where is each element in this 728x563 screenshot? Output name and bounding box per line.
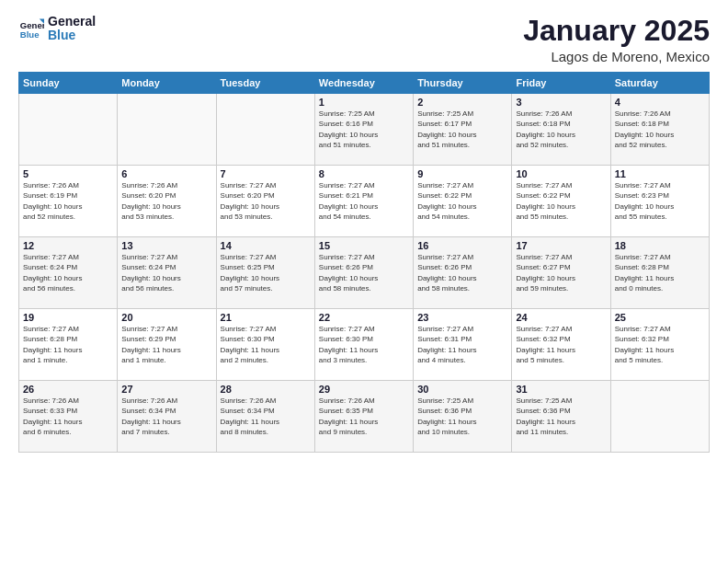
week-row-4: 19Sunrise: 7:27 AM Sunset: 6:28 PM Dayli…: [19, 309, 710, 381]
calendar-body: 1Sunrise: 7:25 AM Sunset: 6:16 PM Daylig…: [19, 94, 710, 453]
day-number: 25: [615, 312, 705, 323]
header-thursday: Thursday: [414, 73, 512, 94]
day-info: Sunrise: 7:27 AM Sunset: 6:32 PM Dayligh…: [615, 324, 705, 365]
day-cell: 22Sunrise: 7:27 AM Sunset: 6:30 PM Dayli…: [314, 309, 413, 381]
header-saturday: Saturday: [610, 73, 709, 94]
day-number: 21: [221, 312, 311, 323]
day-number: 22: [319, 312, 409, 323]
day-info: Sunrise: 7:25 AM Sunset: 6:36 PM Dayligh…: [516, 396, 606, 437]
header-friday: Friday: [512, 73, 610, 94]
day-info: Sunrise: 7:27 AM Sunset: 6:28 PM Dayligh…: [615, 252, 705, 293]
day-cell: 28Sunrise: 7:26 AM Sunset: 6:34 PM Dayli…: [216, 381, 314, 453]
day-number: 9: [417, 168, 507, 179]
day-info: Sunrise: 7:26 AM Sunset: 6:18 PM Dayligh…: [516, 109, 606, 150]
day-cell: 27Sunrise: 7:26 AM Sunset: 6:34 PM Dayli…: [118, 381, 216, 453]
day-cell: 11Sunrise: 7:27 AM Sunset: 6:23 PM Dayli…: [610, 166, 709, 237]
logo: General Blue General Blue: [18, 15, 96, 43]
week-row-1: 1Sunrise: 7:25 AM Sunset: 6:16 PM Daylig…: [19, 94, 710, 166]
day-info: Sunrise: 7:26 AM Sunset: 6:34 PM Dayligh…: [121, 396, 211, 437]
day-cell: 16Sunrise: 7:27 AM Sunset: 6:26 PM Dayli…: [414, 237, 512, 309]
title-block: January 2025 Lagos de Moreno, Mexico: [523, 15, 710, 64]
day-cell: 29Sunrise: 7:26 AM Sunset: 6:35 PM Dayli…: [314, 381, 413, 453]
day-info: Sunrise: 7:27 AM Sunset: 6:30 PM Dayligh…: [221, 324, 311, 365]
day-cell: 19Sunrise: 7:27 AM Sunset: 6:28 PM Dayli…: [19, 309, 118, 381]
header-tuesday: Tuesday: [216, 73, 314, 94]
day-number: 7: [221, 168, 311, 179]
logo-icon: General Blue: [18, 16, 44, 41]
svg-text:Blue: Blue: [20, 29, 40, 40]
header-monday: Monday: [118, 73, 216, 94]
day-info: Sunrise: 7:27 AM Sunset: 6:25 PM Dayligh…: [221, 252, 311, 293]
day-info: Sunrise: 7:25 AM Sunset: 6:17 PM Dayligh…: [417, 109, 507, 150]
logo-line2: Blue: [48, 29, 96, 42]
calendar-title: January 2025: [523, 15, 710, 47]
day-cell: 14Sunrise: 7:27 AM Sunset: 6:25 PM Dayli…: [216, 237, 314, 309]
header-row: SundayMondayTuesdayWednesdayThursdayFrid…: [19, 73, 710, 94]
day-cell: 2Sunrise: 7:25 AM Sunset: 6:17 PM Daylig…: [414, 94, 512, 166]
day-info: Sunrise: 7:26 AM Sunset: 6:33 PM Dayligh…: [23, 396, 113, 437]
week-row-5: 26Sunrise: 7:26 AM Sunset: 6:33 PM Dayli…: [19, 381, 710, 453]
day-cell: 30Sunrise: 7:25 AM Sunset: 6:36 PM Dayli…: [414, 381, 512, 453]
day-info: Sunrise: 7:27 AM Sunset: 6:22 PM Dayligh…: [516, 180, 606, 222]
day-info: Sunrise: 7:27 AM Sunset: 6:30 PM Dayligh…: [319, 324, 409, 365]
calendar-header: SundayMondayTuesdayWednesdayThursdayFrid…: [19, 73, 710, 94]
calendar-page: General Blue General Blue January 2025 L…: [0, 0, 728, 563]
day-cell: 7Sunrise: 7:27 AM Sunset: 6:20 PM Daylig…: [216, 166, 314, 237]
day-info: Sunrise: 7:27 AM Sunset: 6:26 PM Dayligh…: [417, 252, 507, 293]
week-row-3: 12Sunrise: 7:27 AM Sunset: 6:24 PM Dayli…: [19, 237, 710, 309]
day-number: 10: [516, 168, 606, 179]
day-number: 31: [516, 384, 606, 395]
day-cell: 13Sunrise: 7:27 AM Sunset: 6:24 PM Dayli…: [118, 237, 216, 309]
day-number: 11: [615, 168, 705, 179]
day-cell: 3Sunrise: 7:26 AM Sunset: 6:18 PM Daylig…: [512, 94, 610, 166]
day-info: Sunrise: 7:27 AM Sunset: 6:31 PM Dayligh…: [417, 324, 507, 365]
day-number: 12: [23, 240, 113, 251]
day-info: Sunrise: 7:27 AM Sunset: 6:22 PM Dayligh…: [417, 180, 507, 222]
day-number: 8: [319, 168, 409, 179]
day-info: Sunrise: 7:25 AM Sunset: 6:36 PM Dayligh…: [417, 396, 507, 437]
day-cell: 4Sunrise: 7:26 AM Sunset: 6:18 PM Daylig…: [610, 94, 709, 166]
day-info: Sunrise: 7:26 AM Sunset: 6:35 PM Dayligh…: [319, 396, 409, 437]
day-number: 20: [121, 312, 211, 323]
day-number: 23: [417, 312, 507, 323]
day-info: Sunrise: 7:26 AM Sunset: 6:18 PM Dayligh…: [615, 109, 705, 150]
day-cell: 1Sunrise: 7:25 AM Sunset: 6:16 PM Daylig…: [314, 94, 413, 166]
day-number: 27: [121, 384, 211, 395]
day-cell: 6Sunrise: 7:26 AM Sunset: 6:20 PM Daylig…: [118, 166, 216, 237]
day-number: 5: [23, 168, 113, 179]
day-number: 3: [516, 97, 606, 108]
day-cell: 26Sunrise: 7:26 AM Sunset: 6:33 PM Dayli…: [19, 381, 118, 453]
day-number: 4: [615, 97, 705, 108]
day-info: Sunrise: 7:27 AM Sunset: 6:32 PM Dayligh…: [516, 324, 606, 365]
day-number: 28: [221, 384, 311, 395]
day-number: 18: [615, 240, 705, 251]
day-cell: 20Sunrise: 7:27 AM Sunset: 6:29 PM Dayli…: [118, 309, 216, 381]
day-number: 13: [121, 240, 211, 251]
day-number: 1: [319, 97, 409, 108]
day-info: Sunrise: 7:26 AM Sunset: 6:34 PM Dayligh…: [221, 396, 311, 437]
day-info: Sunrise: 7:27 AM Sunset: 6:20 PM Dayligh…: [221, 180, 311, 222]
day-cell: 5Sunrise: 7:26 AM Sunset: 6:19 PM Daylig…: [19, 166, 118, 237]
day-cell: 15Sunrise: 7:27 AM Sunset: 6:26 PM Dayli…: [314, 237, 413, 309]
day-number: 29: [319, 384, 409, 395]
day-cell: [118, 94, 216, 166]
day-number: 15: [319, 240, 409, 251]
day-number: 26: [23, 384, 113, 395]
day-number: 30: [417, 384, 507, 395]
day-cell: 9Sunrise: 7:27 AM Sunset: 6:22 PM Daylig…: [414, 166, 512, 237]
day-cell: [216, 94, 314, 166]
header-wednesday: Wednesday: [314, 73, 413, 94]
day-cell: 25Sunrise: 7:27 AM Sunset: 6:32 PM Dayli…: [610, 309, 709, 381]
day-info: Sunrise: 7:27 AM Sunset: 6:23 PM Dayligh…: [615, 180, 705, 222]
day-number: 19: [23, 312, 113, 323]
day-info: Sunrise: 7:27 AM Sunset: 6:24 PM Dayligh…: [23, 252, 113, 293]
calendar-table: SundayMondayTuesdayWednesdayThursdayFrid…: [18, 72, 710, 453]
week-row-2: 5Sunrise: 7:26 AM Sunset: 6:19 PM Daylig…: [19, 166, 710, 237]
day-number: 24: [516, 312, 606, 323]
day-cell: 31Sunrise: 7:25 AM Sunset: 6:36 PM Dayli…: [512, 381, 610, 453]
day-cell: 8Sunrise: 7:27 AM Sunset: 6:21 PM Daylig…: [314, 166, 413, 237]
day-cell: [610, 381, 709, 453]
day-number: 16: [417, 240, 507, 251]
day-info: Sunrise: 7:26 AM Sunset: 6:20 PM Dayligh…: [121, 180, 211, 222]
day-info: Sunrise: 7:27 AM Sunset: 6:27 PM Dayligh…: [516, 252, 606, 293]
